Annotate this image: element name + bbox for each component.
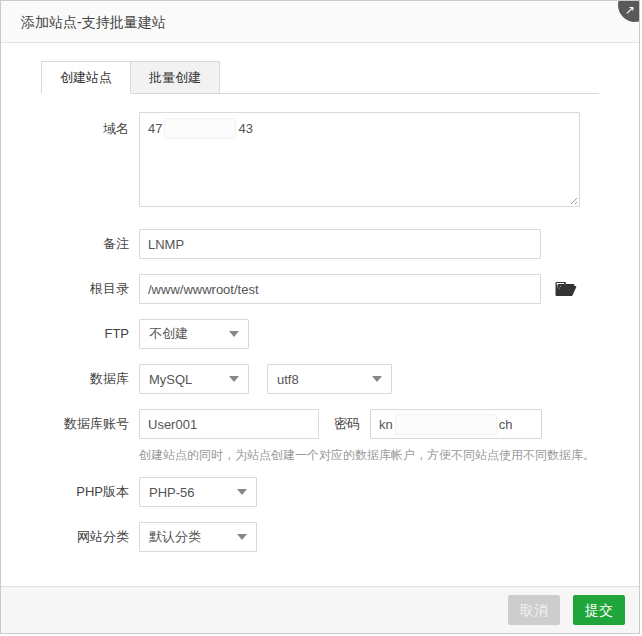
database-charset-select[interactable]: utf8 — [267, 364, 392, 394]
php-version-label: PHP版本 — [41, 477, 129, 507]
dialog-footer: 取消 提交 — [1, 586, 639, 633]
caret-down-icon — [237, 489, 247, 495]
ftp-select-value: 不创建 — [149, 325, 188, 343]
database-type-value: MySQL — [149, 372, 192, 387]
db-password-prefix: kn — [379, 417, 393, 432]
tab-batch-create[interactable]: 批量创建 — [131, 61, 220, 94]
ftp-label: FTP — [41, 319, 129, 349]
domain-label: 域名 — [41, 112, 129, 139]
domain-row: 域名 4743 — [41, 112, 599, 207]
tab-bar: 创建站点 批量创建 — [41, 61, 599, 94]
root-dir-label: 根目录 — [41, 274, 129, 304]
caret-down-icon — [229, 376, 239, 382]
ftp-row: FTP 不创建 — [41, 319, 599, 349]
ftp-select[interactable]: 不创建 — [139, 319, 249, 349]
note-row: 备注 — [41, 229, 599, 259]
dialog-title: 添加站点-支持批量建站 — [21, 14, 166, 30]
domain-value-prefix: 47 — [148, 121, 162, 136]
open-folder-icon[interactable] — [555, 279, 577, 299]
php-version-row: PHP版本 PHP-56 — [41, 477, 599, 507]
dialog-header: 添加站点-支持批量建站 — [1, 1, 639, 43]
open-folder-icon-svg — [555, 280, 577, 298]
db-password-label: 密码 — [334, 409, 360, 439]
site-category-row: 网站分类 默认分类 — [41, 522, 599, 552]
note-input[interactable] — [139, 229, 541, 259]
caret-down-icon — [237, 534, 247, 540]
caret-down-icon — [229, 331, 239, 337]
php-version-select[interactable]: PHP-56 — [139, 477, 257, 507]
add-site-dialog: ↗ 添加站点-支持批量建站 创建站点 批量创建 域名 4743 备注 根目录 — [0, 0, 640, 634]
database-row: 数据库 MySQL utf8 — [41, 364, 599, 394]
tab-create-site-label: 创建站点 — [60, 70, 112, 85]
php-version-value: PHP-56 — [149, 485, 195, 500]
tab-create-site[interactable]: 创建站点 — [41, 61, 131, 94]
db-account-label: 数据库账号 — [41, 409, 129, 439]
db-account-input[interactable] — [139, 409, 319, 439]
textarea-resize-handle[interactable] — [568, 195, 577, 204]
tab-batch-create-label: 批量创建 — [149, 70, 201, 85]
submit-button[interactable]: 提交 — [573, 595, 625, 625]
db-password-input[interactable]: knch — [370, 409, 542, 439]
create-site-form: 域名 4743 备注 根目录 FTP 不创建 — [1, 94, 639, 552]
caret-down-icon — [372, 376, 382, 382]
domain-value-suffix: 43 — [238, 121, 252, 136]
root-dir-row: 根目录 — [41, 274, 599, 304]
site-category-value: 默认分类 — [149, 528, 201, 546]
database-type-select[interactable]: MySQL — [139, 364, 249, 394]
site-category-select[interactable]: 默认分类 — [139, 522, 257, 552]
db-help-text: 创建站点的同时，为站点创建一个对应的数据库帐户，方便不同站点使用不同数据库。 — [139, 447, 599, 464]
cancel-button[interactable]: 取消 — [508, 595, 560, 625]
note-label: 备注 — [41, 229, 129, 259]
db-account-row: 数据库账号 密码 knch — [41, 409, 599, 439]
db-password-suffix: ch — [499, 417, 513, 432]
domain-textarea[interactable]: 4743 — [139, 112, 580, 207]
root-dir-input[interactable] — [139, 274, 541, 304]
database-label: 数据库 — [41, 364, 129, 394]
domain-redaction-box — [164, 118, 236, 139]
arrow-up-right-icon: ↗ — [625, 3, 635, 17]
db-password-redaction-box — [395, 414, 497, 435]
site-category-label: 网站分类 — [41, 522, 129, 552]
database-charset-value: utf8 — [277, 372, 299, 387]
